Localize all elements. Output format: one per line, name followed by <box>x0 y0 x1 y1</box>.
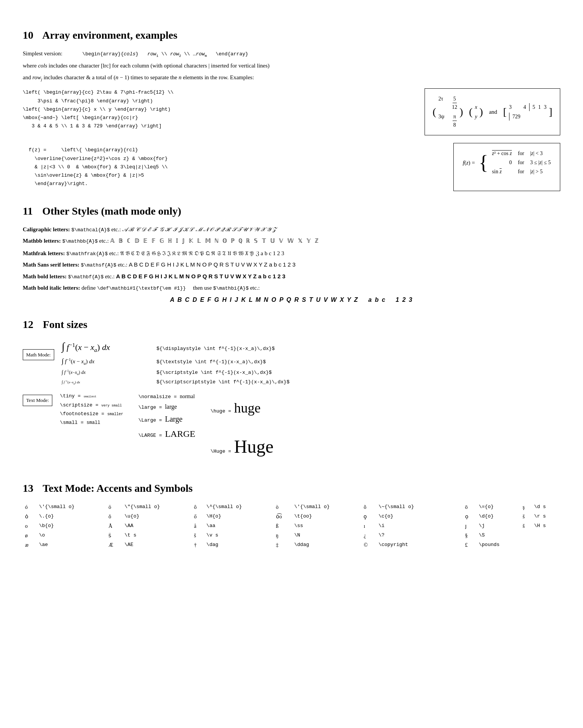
scriptstyle-math: ∫ f−1(x−xa) dx <box>62 368 145 377</box>
s11-mathfrak: Mathfrak letters: $\mathfrak{A}$ etc.: 𝔄… <box>23 249 560 258</box>
table-row: ø \o s̈ \t s š \v s ŋ \N ¿ \? § \S <box>23 531 560 540</box>
acc-code: \AE <box>122 540 192 550</box>
acc-char: ő <box>192 512 204 521</box>
acc-char: ß <box>274 521 292 531</box>
acc-code: \dag <box>204 540 274 550</box>
math-mode-section: Math Mode: ∫ f−1(x − xa) dx ${\displayst… <box>23 339 560 386</box>
acc-char: Å <box>106 521 122 531</box>
Huge-label: \Huge = Huge <box>210 425 273 468</box>
section-10-title: 10 Array environment, examples <box>23 27 560 43</box>
acc-char: š <box>192 531 204 540</box>
acc-char: o <box>23 521 37 531</box>
acc-char: ŏ <box>106 512 122 521</box>
text-right-col: \huge = huge \Huge = Huge <box>210 392 273 468</box>
code-block-1: \left( \begin{array}{cc} 2\tau & 7\phi-f… <box>23 88 409 130</box>
acc-char: ı <box>361 521 376 531</box>
acc-code: \aa <box>204 521 274 531</box>
Large-label: \Large = Large <box>138 412 195 426</box>
mathsf-example: A B C D E F G H I J K L M N O P Q R S T … <box>129 261 296 268</box>
mathbb-example: 𝔸 𝔹 ℂ 𝔻 𝔼 𝔽 𝔾 ℍ 𝕀 𝕁 𝕂 𝕃 𝕄 ℕ 𝕆 ℙ ℚ ℝ 𝕊 𝕋 … <box>110 238 319 245</box>
acc-char: š <box>520 512 532 521</box>
cases-content: z² + cos z for |z| < 3 0 for 3 ≤ |z| ≤ 5… <box>492 149 551 176</box>
matrix-2-content: x y <box>475 103 477 121</box>
textstyle-row: ∫ f−1(x − xa) dx ${\textstyle \int f^{-1… <box>62 356 560 367</box>
acc-code: \d s <box>532 502 560 512</box>
acc-code: \ae <box>37 540 106 550</box>
acc-code: \d{o} <box>476 512 520 521</box>
acc-char: s̈ <box>106 531 122 540</box>
case3-val: sin z <box>492 168 512 176</box>
section-10-desc1: where cols includes one character [lrc] … <box>23 61 560 70</box>
text-middle-col: \normalsize = normal \large = large \Lar… <box>138 392 195 468</box>
acc-code: \i <box>376 521 446 531</box>
acc-char: † <box>192 540 204 550</box>
acc-code: \pounds <box>476 540 520 550</box>
text-mode-label-wrapper: Text Mode: <box>23 393 52 468</box>
text-mode-label: Text Mode: <box>23 395 52 406</box>
acc-code: \t{oo} <box>292 512 361 521</box>
acc-char: ö <box>106 502 122 512</box>
section-12: 12 Font sizes Math Mode: ∫ f−1(x − xa) d… <box>23 317 560 468</box>
integral-large: ∫ <box>62 340 65 352</box>
right-bracket-3: ] <box>549 107 552 117</box>
normalsize-label: \normalsize = normal <box>138 392 195 401</box>
acc-char: å <box>192 521 204 531</box>
acc-char: Æ <box>106 540 122 550</box>
acc-char: ş <box>520 502 532 512</box>
math-mode-label-wrapper: Math Mode: <box>23 348 54 386</box>
m3-r2c2: 3 <box>544 103 547 111</box>
integral-tiny: ∫ <box>62 380 63 384</box>
section-10-example2-row: f(z) = \left\{ \begin{array}{rcl} \overl… <box>23 143 560 191</box>
left-paren-1: ( <box>433 107 436 117</box>
section-10-desc2: and rowj includes character & a total of… <box>23 73 560 83</box>
acc-code: \r s <box>532 512 560 521</box>
accents-symbols-table: ó \'{\small o} ö \"{\small o} ô \^{\smal… <box>23 502 560 550</box>
LARGE-label: \LARGE = LARGE <box>138 426 195 442</box>
acc-char: ŋ <box>274 531 292 540</box>
acc-code: \t s <box>122 531 192 540</box>
acc-code: \u{o} <box>122 512 192 521</box>
m2-r1: x <box>475 103 477 111</box>
acc-code: \ss <box>292 521 361 531</box>
section-10-example1-row: \left( \begin{array}{cc} 2\tau & 7\phi-f… <box>23 88 560 135</box>
m3-r2c1: 1 <box>538 103 541 111</box>
m1-r2c1: 3ψ <box>438 113 444 129</box>
huge-label: \huge = huge <box>210 392 273 424</box>
table-row: æ \ae Æ \AE † \dag ‡ \ddag © \copyright … <box>23 540 560 550</box>
displaystyle-math: ∫ f−1(x − xa) dx <box>62 339 145 355</box>
acc-code <box>532 531 560 540</box>
footnotesize-label: \footnotesize = smaller <box>60 410 123 418</box>
acc-code: \.{o} <box>37 512 106 521</box>
mathbf-example: A B C D E F G H I J K L M N O P Q R S T … <box>116 273 285 279</box>
acc-char: o͡o <box>274 512 292 521</box>
acc-code: \c{o} <box>376 512 446 521</box>
scriptstyle-code: ${\scriptstyle \int f^{-1}(x-x_a)\,dx}$ <box>157 369 272 377</box>
acc-code: \'{\small o} <box>292 502 361 512</box>
acc-char: © <box>361 540 376 550</box>
text-left-col: \tiny = smallest \scriptsize = very smal… <box>60 392 123 468</box>
case2-for: for <box>518 158 524 166</box>
section-10-code1: \left( \begin{array}{cc} 2\tau & 7\phi-f… <box>23 88 409 135</box>
big-brace: { <box>479 153 488 173</box>
section-10: 10 Array environment, examples Simplest … <box>23 27 560 191</box>
acc-code: \H s <box>532 521 560 531</box>
scriptscriptstyle-math: ∫ f−1(x−xa) dx <box>62 379 145 386</box>
code-block-2: f(z) = \left\{ \begin{array}{rcl} \overl… <box>23 146 438 188</box>
acc-char: ô <box>192 502 204 512</box>
right-paren-2: ) <box>480 107 483 117</box>
mathbi-chars: A B C D E F G H I J K L M N O P Q R S T … <box>170 297 413 303</box>
acc-char <box>520 531 532 540</box>
acc-code: \copyright <box>376 540 446 550</box>
m3-r1c1: 3 <box>509 103 520 111</box>
scriptscriptstyle-row: ∫ f−1(x−xa) dx ${\scriptscriptstyle \int… <box>62 378 560 386</box>
case3-cond: |z| > 5 <box>530 168 551 176</box>
case1-for: for <box>518 149 524 157</box>
acc-char: ‡ <box>274 540 292 550</box>
acc-code: \o <box>37 531 106 540</box>
section-11-title: 11 Other Styles (math mode only) <box>23 203 560 219</box>
acc-char: ó <box>23 502 37 512</box>
acc-code: \v s <box>204 531 274 540</box>
left-bracket-3: [ <box>503 107 506 117</box>
accents-tbody: ó \'{\small o} ö \"{\small o} ô \^{\smal… <box>23 502 560 550</box>
text-mode-section: Text Mode: \tiny = smallest \scriptsize … <box>23 392 560 468</box>
